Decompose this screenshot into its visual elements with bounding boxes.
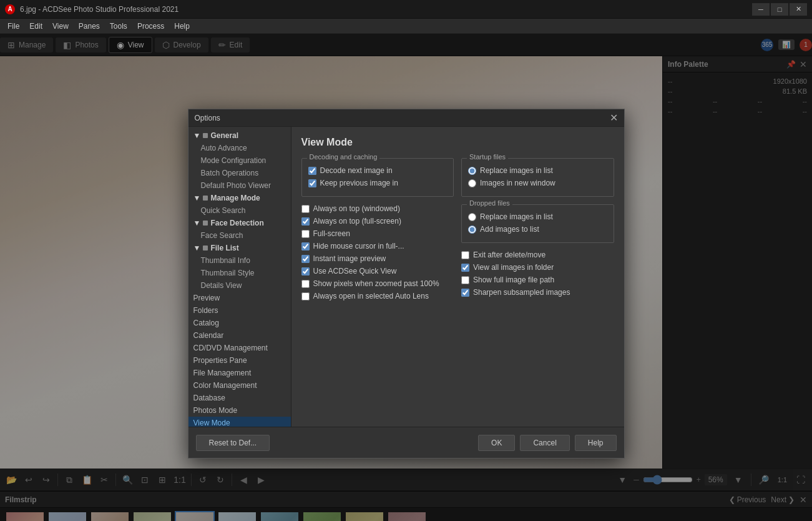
tree-default-viewer-label: Default Photo Viewer [201,181,271,190]
tree-batch-ops-label: Batch Operations [201,169,259,177]
auto-lens-checkbox[interactable] [301,292,310,300]
tree-properties-pane-label: Properties Pane [193,356,247,365]
view-all-label: View all images in folder [473,263,554,272]
cancel-button[interactable]: Cancel [520,435,569,451]
menu-file[interactable]: File [2,21,24,32]
tree-face-search[interactable]: Face Search [188,229,291,242]
dialog-body: ▼ General Auto Advance Mode Configuratio… [188,127,624,427]
tree-cddvd[interactable]: CD/DVD Management [188,342,291,354]
quick-view-checkbox[interactable] [301,267,310,275]
tree-database[interactable]: Database [188,392,291,404]
menu-edit[interactable]: Edit [24,21,47,32]
view-all-checkbox[interactable] [461,264,469,272]
tree-general[interactable]: ▼ General [188,129,291,142]
tree-auto-advance[interactable]: Auto Advance [188,142,291,154]
titlebar-left: A 6.jpg - ACDSee Photo Studio Profession… [5,4,179,14]
options-tree: ▼ General Auto Advance Mode Configuratio… [188,127,291,427]
menu-help[interactable]: Help [169,21,195,32]
always-top-full-checkbox[interactable] [301,217,310,226]
maximize-button[interactable]: □ [771,3,788,16]
startup-group: Startup files Replace images in list Ima… [461,158,614,197]
tree-mode-config[interactable]: Mode Configuration [188,154,291,167]
tree-thumbnail-info-label: Thumbnail Info [201,256,250,265]
dialog-overlay: Options ✕ ▼ General Auto Advance Mode Co… [0,34,812,521]
fullscreen-label: Full-screen [313,229,350,238]
tree-color-management[interactable]: Color Management [188,379,291,392]
decode-next-row: Decode next image in [308,166,448,175]
tree-thumbnail-style-label: Thumbnail Style [201,269,255,277]
decoding-group: Decoding and caching Decode next image i… [301,158,454,197]
hide-mouse-row: Hide mouse cursor in full-... [301,242,454,251]
dropped-content: Replace images in list Add images to lis… [462,205,614,242]
reset-button[interactable]: Reset to Def... [196,435,270,451]
tree-general-label: General [210,131,238,140]
manage-arrow-icon: ▼ [193,194,201,202]
tree-catalog[interactable]: Catalog [188,317,291,329]
tree-default-viewer[interactable]: Default Photo Viewer [188,179,291,192]
show-full-path-checkbox[interactable] [461,276,469,284]
minimize-button[interactable]: ─ [752,3,770,16]
tree-view-mode[interactable]: View Mode [188,417,291,427]
instant-preview-checkbox[interactable] [301,255,310,263]
left-col: Decoding and caching Decode next image i… [301,158,454,304]
instant-preview-row: Instant image preview [301,254,454,263]
menu-panes[interactable]: Panes [74,21,105,32]
quick-view-label: Use ACDSee Quick View [313,267,397,275]
close-button[interactable]: ✕ [790,3,807,16]
tree-quick-search-label: Quick Search [201,206,246,215]
tree-preview[interactable]: Preview [188,292,291,304]
hide-mouse-checkbox[interactable] [301,242,310,251]
dropped-add-label: Add images to list [480,225,539,234]
fullscreen-row: Full-screen [301,229,454,238]
fullscreen-checkbox[interactable] [301,230,310,238]
tree-manage-mode[interactable]: ▼ Manage Mode [188,192,291,204]
ok-button[interactable]: OK [478,435,515,451]
menu-process[interactable]: Process [132,21,169,32]
instant-preview-label: Instant image preview [313,254,386,263]
tree-file-list-label: File List [210,244,238,252]
dropped-replace-label: Replace images in list [480,212,553,221]
tree-calendar[interactable]: Calendar [188,329,291,342]
help-button[interactable]: Help [575,435,617,451]
tree-folders[interactable]: Folders [188,304,291,317]
startup-replace-radio[interactable] [468,167,476,175]
tree-file-management[interactable]: File Management [188,367,291,379]
tree-properties-pane[interactable]: Properties Pane [188,354,291,367]
always-top-windowed-checkbox[interactable] [301,205,310,213]
tree-thumbnail-info[interactable]: Thumbnail Info [188,254,291,267]
always-top-full-row: Always on top (full-screen) [301,217,454,226]
tree-cddvd-label: CD/DVD Management [193,344,268,352]
dropped-add-row: Add images to list [468,225,607,234]
show-pixels-checkbox[interactable] [301,280,310,288]
startup-new-window-radio[interactable] [468,179,476,187]
decode-next-label: Decode next image in [320,166,393,175]
tree-batch-ops[interactable]: Batch Operations [188,167,291,179]
dialog-title: Options [195,114,220,122]
tree-quick-search[interactable]: Quick Search [188,204,291,217]
tree-square-filelist [203,246,208,251]
dropped-replace-radio[interactable] [468,213,476,221]
tree-details-view[interactable]: Details View [188,279,291,292]
dropped-replace-row: Replace images in list [468,212,607,221]
tree-photos-mode[interactable]: Photos Mode [188,404,291,417]
dropped-add-radio[interactable] [468,226,476,234]
startup-replace-row: Replace images in list [468,166,607,175]
dialog-close-button[interactable]: ✕ [610,113,618,123]
tree-square-general [203,133,208,138]
exit-delete-label: Exit after delete/move [473,251,545,259]
tree-face-search-label: Face Search [201,231,243,240]
exit-delete-checkbox[interactable] [461,251,469,259]
decode-next-checkbox[interactable] [308,167,316,175]
titlebar-controls: ─ □ ✕ [752,3,807,16]
tree-file-list[interactable]: ▼ File List [188,242,291,254]
menu-tools[interactable]: Tools [105,21,132,32]
startup-replace-label: Replace images in list [480,166,553,175]
options-dialog: Options ✕ ▼ General Auto Advance Mode Co… [188,109,625,459]
titlebar: A 6.jpg - ACDSee Photo Studio Profession… [0,0,812,19]
sharpen-checkbox[interactable] [461,289,469,297]
keep-prev-checkbox[interactable] [308,179,316,187]
tree-face-detection[interactable]: ▼ Face Detection [188,217,291,229]
always-top-full-label: Always on top (full-screen) [313,217,401,226]
tree-thumbnail-style[interactable]: Thumbnail Style [188,267,291,279]
menu-view[interactable]: View [47,21,74,32]
